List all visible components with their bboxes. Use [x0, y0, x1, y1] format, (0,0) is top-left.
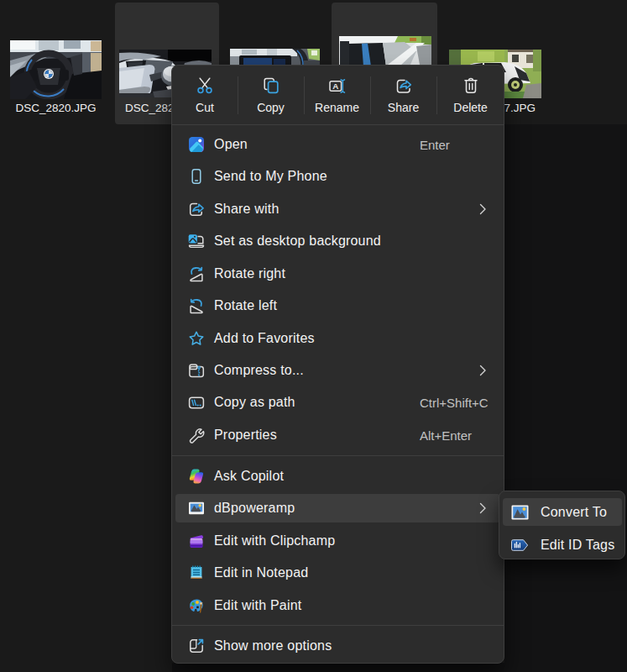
- svg-text:A: A: [332, 81, 338, 91]
